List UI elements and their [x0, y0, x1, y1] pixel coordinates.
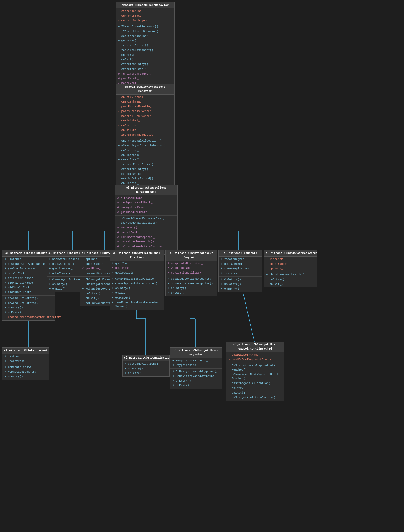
method-item: + execute() [111, 296, 162, 300]
method-item: + onExit() [172, 383, 220, 388]
class-methods-cbabsoluterotate: + CbAbsoluteRotate() + CbAbsoluteRotate(… [2, 296, 55, 320]
method-item: + requiresClient() [117, 43, 173, 48]
method-item: + CbNavigateGlobalPosition() [111, 282, 162, 286]
class-box-cbnavigatenextwaypoint: cl_nitrosz::CbNavigateNextWaypoint # way… [165, 250, 217, 296]
method-item: + onOrthogonalAllocation() [228, 381, 283, 386]
method-item: + onEntry() [4, 305, 53, 310]
class-fields-cbnavigatenamedwaypoint: + waypointsNavigator_ + waypointname_ [170, 358, 222, 369]
field-item: - onFinished_ [117, 118, 173, 123]
method-item: + ~SmaccAsyncClientBehavior() [117, 143, 173, 148]
field-item: # navigationResult_ [117, 205, 176, 210]
field-item: + listener [4, 257, 53, 262]
method-item: # runtimeConfigure() [117, 72, 173, 76]
class-box-cbnavigatenextwpuntilreached: cl_nitrosz::CbNavigateNextWaypointUntilR… [226, 342, 284, 401]
field-item: - currentState [117, 14, 173, 19]
method-item: # onNavigationResult() [117, 240, 176, 244]
class-fields-cbnavigatenextwaypoint: # waypointsNavigator_ # waypointname_ # … [166, 261, 217, 276]
class-box-cbnavigateglobalposition: cl_nitrosz::CbNavigateGlobalPosition + g… [110, 250, 164, 310]
method-item: + onEntry() [228, 386, 283, 391]
method-item: + CbNavigateNextWaypoint() [167, 277, 215, 282]
class-fields-cbnavigatenextwpuntilreached: - goalWaypointName_ - postEvGoalWaypoint… [226, 352, 284, 363]
field-item: + goalYaw [111, 261, 162, 266]
method-item: + onEntry() [220, 287, 260, 291]
method-item: + CbNavigateNamedWaypoint() [172, 374, 220, 379]
field-item: - stateMachine_ [117, 9, 173, 14]
method-item: + readStartPoseFromParameter Server() [111, 300, 162, 309]
method-item: + CbStopNavigation() [124, 362, 168, 367]
field-item: + listener [220, 271, 260, 276]
class-fields-ismacclientbehavior: - stateMachine_ - currentState - current… [116, 8, 174, 24]
method-item: + onNavigationActionSuccess() [228, 395, 283, 400]
method-item: + onEntry() [266, 277, 315, 282]
field-item: - onExitThread_ [117, 100, 173, 104]
class-methods-cbstopnavigation: + CbStopNavigation() + onEntry() + onExi… [123, 361, 169, 376]
field-item: - onFailure_ [117, 128, 173, 133]
method-item: + ~CbRotateLookAt() [4, 370, 48, 374]
class-fields-cbnavigateglobalposition: + goalYaw # goalPose + goalPosition [110, 261, 164, 276]
method-item: + CbNavigateNextWaypointUntil Reached() [228, 363, 283, 372]
method-item: + onEntry() [111, 286, 162, 291]
field-item: + oldYawTolerance [4, 281, 53, 286]
method-item: + onExit() [266, 282, 315, 287]
method-item: + CbNavigateGlobalPosition() [111, 277, 162, 282]
method-item: + onExit() [4, 310, 53, 315]
method-item: + onEntry() [167, 286, 215, 291]
class-box-cbrotate: cl_nitrosz::CbRotate + rotateDegree + go… [218, 250, 262, 292]
method-item: + waitOnEntryThread() [117, 176, 173, 181]
method-item: + onFailure() [117, 158, 173, 162]
method-item: + executeOnEntry() [117, 167, 173, 172]
class-methods-cbrotatelookatat: + CbRotateLookAt() + ~CbRotateLookAt() +… [2, 364, 49, 380]
method-item: - updateTemporalBehaviorParameters() [4, 315, 53, 320]
class-methods-cbnavigatenextwaypoint: + CbNavigateNextWaypoint() + ~CbNavigate… [166, 276, 217, 296]
class-fields-cbrotate: + rotateDegree + goalChecker_ + spinning… [219, 257, 262, 277]
field-item: - postEvGoalWaypointReached_ [228, 357, 283, 362]
field-item: # nitroszClient_ [117, 196, 176, 201]
class-title-cbnav2base: cl_nitrosz::CbNav2ClientBehaviorBase [115, 185, 177, 195]
method-item: + CbAbsoluteRotate() [4, 301, 53, 306]
field-item: + absoluteGoalAngleDegree [4, 262, 53, 267]
method-item: + ~CbNavigateNextWaypoint() [167, 282, 215, 286]
field-item: - goalWaypointName_ [228, 353, 283, 357]
field-item: + oldMaxVelTheta [4, 285, 53, 290]
method-item: + ~CbNavigateNextWaypointUntil Reached() [228, 372, 283, 381]
field-item: + goalChecker_ [220, 262, 260, 267]
method-item: + ISmaccClientBehavior() [117, 24, 173, 29]
field-item: - postFinishEventFn_ [117, 104, 173, 109]
class-title-cbnavigateNamedwaypoint: cl_nitrosz::CbNavigateNamedWaypoint [170, 348, 222, 358]
class-title-ismacclientbehavior: smacc2::ISmaccClientBehavior [116, 2, 174, 8]
method-item: + ~ISmaccClientBehavior() [117, 29, 173, 34]
method-item: # sendGoal() [117, 225, 176, 230]
field-item: - postSuccessEventFn_ [117, 109, 173, 114]
method-item: # onNavigationActionSuccess() [117, 244, 176, 249]
method-item: + onEntry() [124, 367, 168, 371]
class-title-cbnavigatenextwpuntilreached: cl_nitrosz::CbNavigateNextWaypointUntilR… [226, 342, 284, 352]
method-item: + CbUndoPathBackwards() [266, 273, 315, 277]
class-title-cbrotate: cl_nitrosz::CbRotate [219, 250, 262, 257]
field-item: + goalPosition [111, 271, 162, 275]
method-item: + CbNavigateNamedWaypoint() [172, 369, 220, 374]
field-item: + rotateDegree [220, 257, 260, 262]
field-item: + spinningPlanner [220, 266, 260, 271]
method-item: + CbRotate() [220, 282, 260, 287]
class-title-cbundopathbackwards: cl_nitrosz::CbUndoPathBackwards [264, 250, 317, 257]
method-item: + getName() [117, 39, 173, 43]
field-item: # goalHandleFuture_ [117, 210, 176, 215]
field-item: - listener [266, 257, 315, 262]
method-item: + getStateMachine() [117, 34, 173, 39]
class-methods-cbnav2base: + ~CbNav2ClientBehaviorBase() + onOrthog… [115, 216, 177, 254]
method-item: + requiresComponent() [117, 48, 173, 53]
class-methods-cbnavigatenextwpuntilreached: + CbNavigateNextWaypointUntil Reached() … [226, 363, 284, 401]
method-item: + onFinished() [117, 153, 173, 158]
method-item: + executeOnExit() [117, 67, 173, 72]
class-box-cbnavigateNamedwaypoint: cl_nitrosz::CbNavigateNamedWaypoint + wa… [170, 347, 222, 389]
class-box-cbundopathbackwards: cl_nitrosz::CbUndoPathBackwards - listen… [264, 250, 317, 287]
field-item: - currentOrthogonal [117, 18, 173, 23]
method-item: + onOrthogonalAllocation() [117, 139, 173, 143]
class-box-cbstopnavigation: cl_nitrosz::CbStopNavigation + CbStopNav… [122, 355, 170, 377]
diagram-container: smacc2::ISmaccClientBehavior - stateMach… [0, 0, 404, 532]
method-item: + requestForceFinish() [117, 162, 173, 167]
method-item: + onEntry() [4, 374, 48, 379]
class-box-cbnav2clientbehaviorbase: cl_nitrosz::CbNav2ClientBehaviorBase # n… [115, 185, 178, 255]
class-box-cbrotateLookAt: cl_nitrosz::CbRotateLookAt + listener + … [2, 347, 49, 380]
field-item: + spinningPlanner [4, 276, 53, 281]
